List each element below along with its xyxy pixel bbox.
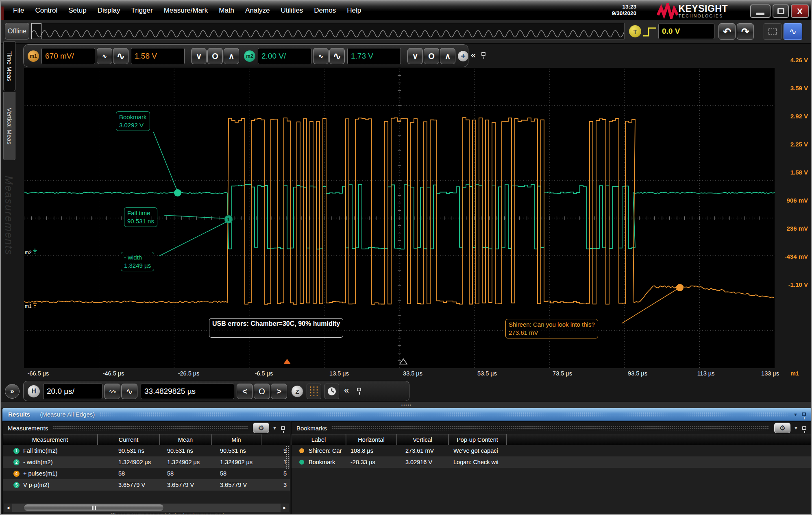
table-row[interactable]: 5V p-p(m2)3.65779 V3.65779 V3.65779 V3 <box>3 479 290 491</box>
m1-offset-down-button[interactable]: ∨ <box>191 48 207 64</box>
maximize-button[interactable] <box>773 4 789 18</box>
scrollbar-thumb[interactable] <box>24 504 164 511</box>
timebase-expand-button[interactable]: ∿ <box>121 384 137 399</box>
m2-scale-field[interactable]: 2.00 V/ <box>258 48 311 64</box>
table-row[interactable]: 4+ pulses(m1)5858585 <box>3 468 290 479</box>
rising-edge-icon[interactable] <box>643 26 657 37</box>
column-header[interactable]: Vertical <box>397 434 448 445</box>
add-channel-button[interactable]: + <box>458 51 468 61</box>
usb-note-annotation[interactable]: USB errors: Chamber=30C, 90% humidity <box>209 318 343 338</box>
acquire-time-button[interactable] <box>324 384 339 399</box>
offline-button[interactable]: Offline <box>5 23 29 39</box>
scroll-right-icon[interactable]: ► <box>281 504 289 512</box>
pin-icon[interactable] <box>281 426 285 430</box>
waveform-preview-strip[interactable] <box>31 23 625 39</box>
gear-icon: ⚙ <box>779 424 785 432</box>
m2-offset-up-button[interactable]: ∧ <box>440 48 455 64</box>
panel-drag-handle[interactable] <box>286 445 289 469</box>
m2-offset-zero-button[interactable]: O <box>424 48 439 64</box>
table-row[interactable]: 2- width(m2)1.324902 µs1.324902 µs1.3249… <box>3 456 290 468</box>
dropdown-icon[interactable]: ▼ <box>793 412 798 417</box>
waveform-navigate-button[interactable]: ∿ <box>784 23 802 40</box>
pin-icon[interactable] <box>802 412 806 416</box>
table-row[interactable]: Bookmark-28.33 µs3.02916 VLogan: Check w… <box>292 456 811 468</box>
menu-utilities[interactable]: Utilities <box>281 7 303 15</box>
h-badge[interactable]: H <box>28 385 40 397</box>
trigger-badge[interactable]: T <box>629 25 641 37</box>
panel-splitter[interactable]: ••••• <box>1 402 811 408</box>
collapse-icon[interactable]: « <box>344 385 349 396</box>
waveform-strip-selection[interactable] <box>31 23 41 39</box>
column-header[interactable]: Mean <box>160 434 211 445</box>
results-header[interactable]: Results (Measure All Edges) ▼ <box>2 408 812 421</box>
search-markers-button[interactable] <box>307 384 321 399</box>
tab-time-meas[interactable]: Time Meas <box>3 41 15 91</box>
undo-button[interactable]: ↶ <box>718 23 736 40</box>
column-header[interactable]: Min <box>211 434 261 445</box>
menu-control[interactable]: Control <box>35 7 57 15</box>
timebase-scale-field[interactable]: 20.0 µs/ <box>43 384 102 399</box>
column-header[interactable]: Measurement <box>3 434 98 445</box>
clock-icon <box>327 386 337 396</box>
menu-trigger[interactable]: Trigger <box>131 7 152 15</box>
dropdown-icon[interactable]: ▼ <box>794 426 798 430</box>
timebase-position-field[interactable]: 33.4829825 µs <box>141 384 234 399</box>
menu-setup[interactable]: Setup <box>68 7 86 15</box>
fall-time-annotation[interactable]: Fall time 90.531 ns <box>124 207 157 227</box>
settings-button[interactable]: ⚙ <box>253 423 269 433</box>
m1-scale-field[interactable]: 670 mV/ <box>41 48 95 64</box>
column-header[interactable]: Horizontal <box>346 434 397 445</box>
pin-icon[interactable] <box>357 388 361 391</box>
bookmarks-panel-header[interactable]: Bookmarks ⚙ ▼ <box>292 422 811 434</box>
scroll-left-icon[interactable]: ◄ <box>4 504 12 512</box>
measurements-panel-header[interactable]: Measurements ⚙ ▼ <box>3 422 290 434</box>
m1-offset-up-button[interactable]: ∧ <box>224 48 239 64</box>
m2-scale-down-button[interactable]: ∿ <box>313 48 329 64</box>
m2-offset-down-button[interactable]: ∨ <box>407 48 423 64</box>
expand-panel-button[interactable]: » <box>5 384 20 399</box>
settings-button[interactable]: ⚙ <box>774 423 790 433</box>
column-header[interactable]: Current <box>98 434 160 445</box>
measurements-scrollbar[interactable]: ◄ ► <box>4 503 289 512</box>
menu-analyze[interactable]: Analyze <box>245 7 270 15</box>
region-select-button[interactable] <box>764 23 782 40</box>
table-row[interactable]: Shireen: Car108.8 µs273.61 mVWe've got c… <box>292 445 811 456</box>
pan-left-button[interactable]: < <box>237 384 253 399</box>
dropdown-icon[interactable]: ▼ <box>272 426 277 430</box>
scope-display[interactable]: 1m2m1 Bookmark 3.0292 V Fall time 90.531… <box>24 68 775 368</box>
pin-icon[interactable] <box>481 52 485 56</box>
m1-scale-down-button[interactable]: ∿ <box>97 48 112 64</box>
trigger-level-field[interactable]: 0.0 V <box>658 24 714 39</box>
neg-width-annotation[interactable]: - width 1.3249 µs <box>121 252 154 271</box>
column-header[interactable]: Label <box>292 434 346 445</box>
m1-badge[interactable]: m1 <box>28 50 39 62</box>
pan-right-button[interactable]: > <box>271 384 287 399</box>
table-row[interactable]: 1Fall time(m2)90.531 ns90.531 ns90.531 n… <box>3 445 290 456</box>
tab-vertical-meas[interactable]: Vertical Meas <box>3 92 15 160</box>
zoom-button[interactable]: Z <box>291 385 303 397</box>
menu-file[interactable]: File <box>13 7 24 15</box>
pin-icon[interactable] <box>802 426 806 430</box>
collapse-icon[interactable]: « <box>471 50 476 61</box>
pan-zero-button[interactable]: O <box>254 384 270 399</box>
menu-help[interactable]: Help <box>347 7 361 15</box>
shireen-annotation[interactable]: Shireen: Can you look into this? 273.61 … <box>505 319 598 338</box>
bookmark-marker-dot <box>174 189 181 196</box>
m2-offset-field[interactable]: 1.73 V <box>347 48 401 64</box>
m1-scale-up-button[interactable]: ∿ <box>113 48 128 64</box>
menu-demos[interactable]: Demos <box>314 7 336 15</box>
column-header[interactable]: Pop-up Content <box>448 434 507 445</box>
m2-scale-up-button[interactable]: ∿ <box>329 48 345 64</box>
m1-offset-zero-button[interactable]: O <box>207 48 223 64</box>
bookmark-annotation[interactable]: Bookmark 3.0292 V <box>116 111 150 131</box>
menu-math[interactable]: Math <box>219 7 234 15</box>
x-axis-label: -66.5 µs <box>28 370 49 377</box>
timebase-compress-button[interactable]: ∿∿ <box>104 384 120 399</box>
m2-badge[interactable]: m2 <box>244 50 255 62</box>
minimize-button[interactable] <box>750 4 771 18</box>
menu-display[interactable]: Display <box>98 7 120 15</box>
menu-measure-mark[interactable]: Measure/Mark <box>164 7 208 15</box>
m1-offset-field[interactable]: 1.58 V <box>131 48 185 64</box>
redo-button[interactable]: ↷ <box>737 23 754 40</box>
close-button[interactable]: X <box>791 4 809 18</box>
